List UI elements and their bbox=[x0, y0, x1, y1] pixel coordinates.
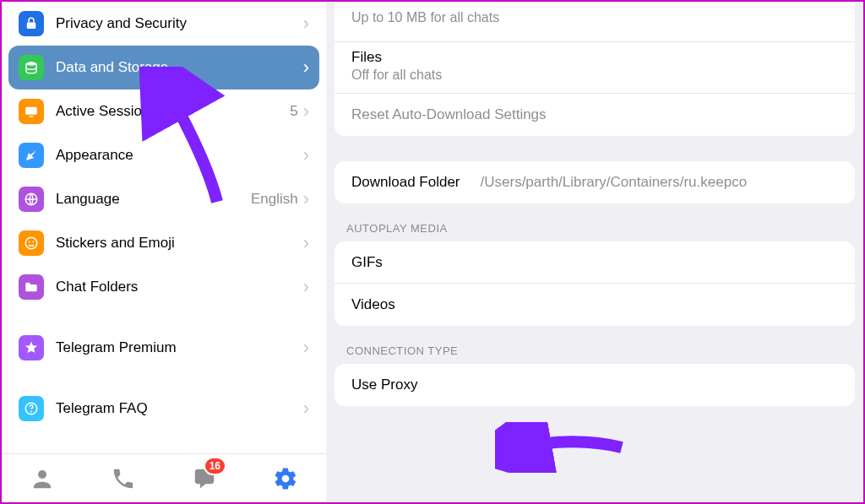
sidebar-item-active-sessions[interactable]: Active Sessions 5 › bbox=[8, 89, 319, 133]
sticker-icon bbox=[19, 230, 44, 256]
tab-calls[interactable] bbox=[100, 462, 147, 496]
sidebar-item-label: Appearance bbox=[56, 147, 303, 164]
chevron-right-icon: › bbox=[303, 190, 309, 209]
data-storage-panel: Up to 10 MB for all chats Files Off for … bbox=[326, 2, 863, 502]
chevron-right-icon: › bbox=[303, 339, 309, 357]
row-upload-limit-sub: Up to 10 MB for all chats bbox=[351, 10, 499, 25]
chevron-right-icon: › bbox=[303, 58, 309, 77]
sidebar-item-label: Active Sessions bbox=[56, 103, 290, 120]
download-folder-label: Download Folder bbox=[351, 174, 460, 191]
sidebar-item-label: Language bbox=[56, 191, 251, 208]
svg-rect-3 bbox=[30, 116, 34, 117]
globe-icon bbox=[19, 187, 44, 212]
row-reset-auto-download[interactable]: Reset Auto-Download Settings bbox=[335, 94, 855, 136]
row-gifs-label: GIFs bbox=[351, 254, 383, 271]
chevron-right-icon: › bbox=[303, 146, 309, 165]
connection-card: Use Proxy bbox=[335, 364, 855, 406]
chevron-right-icon: › bbox=[303, 234, 309, 252]
star-icon bbox=[19, 335, 44, 360]
chevron-right-icon: › bbox=[303, 102, 309, 121]
row-gifs[interactable]: GIFs bbox=[335, 241, 855, 284]
svg-point-5 bbox=[25, 237, 37, 249]
sidebar-item-privacy[interactable]: Privacy and Security › bbox=[8, 2, 319, 46]
sidebar-item-label: Telegram FAQ bbox=[56, 400, 303, 417]
row-use-proxy-label: Use Proxy bbox=[351, 377, 417, 393]
sidebar-item-language[interactable]: Language English › bbox=[8, 177, 319, 221]
chevron-right-icon: › bbox=[303, 399, 309, 418]
faq-icon bbox=[19, 396, 44, 421]
download-folder-path: /Users/parth/Library/Containers/ru.keepc… bbox=[481, 174, 838, 191]
tab-chats[interactable]: 16 bbox=[181, 462, 228, 496]
row-files[interactable]: Files Off for all chats bbox=[335, 42, 855, 94]
unread-badge: 16 bbox=[204, 457, 226, 475]
chevron-right-icon: › bbox=[303, 278, 309, 296]
appearance-icon bbox=[19, 143, 44, 168]
row-use-proxy[interactable]: Use Proxy bbox=[335, 364, 855, 406]
tab-contacts[interactable] bbox=[19, 462, 66, 496]
svg-point-1 bbox=[26, 62, 36, 66]
row-upload-limit[interactable]: Up to 10 MB for all chats bbox=[335, 2, 855, 42]
sidebar-item-stickers[interactable]: Stickers and Emoji › bbox=[8, 221, 319, 265]
sidebar-item-label: Privacy and Security bbox=[56, 15, 303, 32]
settings-sidebar: Privacy and Security › Data and Storage … bbox=[2, 2, 326, 502]
sidebar-item-faq[interactable]: Telegram FAQ › bbox=[8, 387, 319, 431]
autoplay-card: GIFs Videos bbox=[335, 241, 855, 326]
svg-point-7 bbox=[32, 241, 34, 243]
sidebar-item-label: Data and Storage bbox=[56, 59, 303, 76]
sidebar-item-value: English bbox=[251, 191, 298, 208]
sidebar-item-label: Chat Folders bbox=[56, 279, 303, 295]
sidebar-item-label: Stickers and Emoji bbox=[56, 235, 303, 252]
row-files-title: Files bbox=[351, 49, 382, 66]
sidebar-item-data-storage[interactable]: Data and Storage › bbox=[8, 46, 319, 89]
sidebar-item-premium[interactable]: Telegram Premium › bbox=[8, 326, 319, 370]
storage-icon bbox=[19, 55, 44, 80]
sidebar-list: Privacy and Security › Data and Storage … bbox=[2, 2, 326, 453]
sidebar-item-label: Telegram Premium bbox=[56, 339, 303, 356]
svg-rect-0 bbox=[27, 23, 36, 30]
section-header-connection: CONNECTION TYPE bbox=[326, 326, 863, 364]
auto-download-card: Up to 10 MB for all chats Files Off for … bbox=[335, 2, 855, 136]
tab-bar: 16 bbox=[2, 453, 326, 502]
sidebar-item-appearance[interactable]: Appearance › bbox=[8, 133, 319, 177]
row-files-sub: Off for all chats bbox=[351, 68, 442, 83]
sessions-icon bbox=[19, 99, 44, 124]
section-header-autoplay: AUTOPLAY MEDIA bbox=[326, 203, 863, 241]
svg-point-10 bbox=[38, 470, 46, 479]
row-download-folder[interactable]: Download Folder /Users/parth/Library/Con… bbox=[335, 161, 855, 203]
svg-rect-2 bbox=[25, 107, 37, 115]
sidebar-item-chat-folders[interactable]: Chat Folders › bbox=[8, 265, 319, 309]
row-videos-label: Videos bbox=[351, 296, 395, 313]
folder-icon bbox=[19, 274, 44, 300]
tab-settings[interactable] bbox=[262, 462, 309, 496]
row-videos[interactable]: Videos bbox=[335, 284, 855, 326]
chevron-right-icon: › bbox=[303, 14, 309, 33]
svg-point-9 bbox=[30, 411, 32, 413]
lock-icon bbox=[19, 11, 44, 36]
svg-point-6 bbox=[29, 241, 30, 243]
row-reset-label: Reset Auto-Download Settings bbox=[351, 106, 547, 123]
sidebar-item-value: 5 bbox=[290, 103, 297, 120]
download-folder-card: Download Folder /Users/parth/Library/Con… bbox=[335, 161, 855, 203]
annotation-arrow-2 bbox=[495, 422, 630, 473]
